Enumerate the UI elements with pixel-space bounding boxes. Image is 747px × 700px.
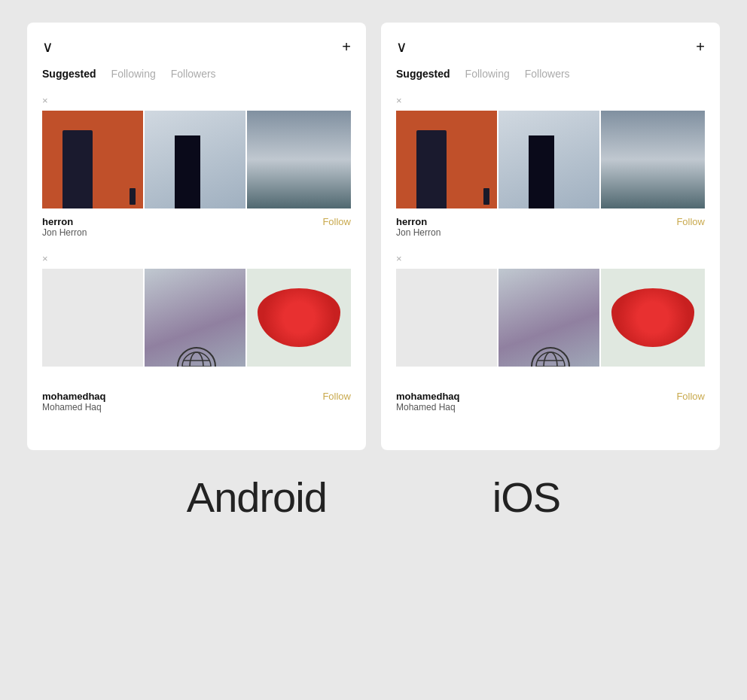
herron-photo-2-android — [145, 111, 245, 208]
photo-collage-haq-ios — [396, 269, 705, 367]
username-haq-ios: mohamedhaq — [396, 391, 460, 402]
user-name-block-haq-android: mohamedhaq Mohamed Haq — [42, 391, 106, 412]
username-haq-android: mohamedhaq — [42, 391, 106, 402]
haq-photo-3-ios — [601, 269, 705, 367]
display-name-herron-ios: Jon Herron — [396, 227, 441, 238]
ios-label: iOS — [492, 473, 560, 522]
suggestion-card-herron-android: × herron Jon Herron Follow — [42, 95, 351, 238]
herron-photo-3-android — [247, 111, 351, 208]
herron-photo-1-android — [42, 111, 143, 208]
haq-photo-3-android — [247, 269, 351, 367]
user-info-haq-ios: mohamedhaq Mohamed Haq Follow — [396, 391, 705, 412]
close-icon-haq-ios[interactable]: × — [396, 253, 705, 264]
panels-row: ∨ + Suggested Following Followers × herr… — [15, 23, 732, 450]
ios-panel: ∨ + Suggested Following Followers × herr… — [381, 23, 720, 450]
globe-icon-android — [181, 351, 212, 367]
android-tabs: Suggested Following Followers — [42, 68, 351, 80]
plus-icon-ios[interactable]: + — [696, 38, 705, 56]
follow-button-haq-ios[interactable]: Follow — [676, 391, 705, 402]
suggestion-card-haq-android: × — [42, 253, 351, 412]
svg-point-6 — [544, 352, 557, 367]
tab-followers-ios[interactable]: Followers — [525, 68, 570, 80]
ios-tabs: Suggested Following Followers — [396, 68, 705, 80]
plus-icon[interactable]: + — [342, 38, 351, 56]
platform-labels-row: Android iOS — [15, 473, 732, 522]
close-icon-haq-android[interactable]: × — [42, 253, 351, 264]
haq-photo-1-ios — [396, 269, 497, 367]
android-panel: ∨ + Suggested Following Followers × herr… — [27, 23, 366, 450]
svg-point-5 — [536, 352, 565, 367]
svg-point-0 — [182, 352, 211, 367]
chevron-down-icon-ios[interactable]: ∨ — [396, 38, 407, 56]
tab-suggested-ios[interactable]: Suggested — [396, 68, 450, 80]
herron-photo-2-ios — [499, 111, 599, 208]
haq-photo-1-android — [42, 269, 143, 367]
avatar-haq-ios — [531, 347, 570, 367]
tab-followers-android[interactable]: Followers — [171, 68, 216, 80]
figure-ios — [483, 188, 489, 205]
username-herron-ios: herron — [396, 216, 441, 227]
figure-android — [130, 188, 136, 205]
user-info-herron-ios: herron Jon Herron Follow — [396, 216, 705, 238]
user-name-block-herron-android: herron Jon Herron — [42, 216, 87, 238]
photo-collage-haq-android — [42, 269, 351, 367]
tab-following-android[interactable]: Following — [111, 68, 156, 80]
android-panel-header: ∨ + — [42, 38, 351, 56]
android-label: Android — [187, 473, 327, 522]
user-info-haq-android: mohamedhaq Mohamed Haq Follow — [42, 391, 351, 412]
herron-photo-1-ios — [396, 111, 497, 208]
follow-button-herron-android[interactable]: Follow — [322, 216, 351, 227]
globe-icon-ios — [535, 351, 566, 367]
tab-following-ios[interactable]: Following — [465, 68, 510, 80]
avatar-haq-android — [177, 347, 216, 367]
ios-panel-header: ∨ + — [396, 38, 705, 56]
user-name-block-herron-ios: herron Jon Herron — [396, 216, 441, 238]
display-name-haq-ios: Mohamed Haq — [396, 402, 460, 412]
tab-suggested-android[interactable]: Suggested — [42, 68, 96, 80]
photo-collage-herron-android — [42, 111, 351, 208]
suggestion-card-haq-ios: × — [396, 253, 705, 412]
suggestion-card-herron-ios: × herron Jon Herron Follow — [396, 95, 705, 238]
username-herron-android: herron — [42, 216, 87, 227]
close-icon-herron-ios[interactable]: × — [396, 95, 705, 106]
user-info-herron-android: herron Jon Herron Follow — [42, 216, 351, 238]
display-name-herron-android: Jon Herron — [42, 227, 87, 238]
display-name-haq-android: Mohamed Haq — [42, 402, 106, 412]
photo-collage-herron-ios — [396, 111, 705, 208]
svg-point-1 — [190, 352, 203, 367]
chevron-down-icon[interactable]: ∨ — [42, 38, 53, 56]
follow-button-herron-ios[interactable]: Follow — [676, 216, 705, 227]
follow-button-haq-android[interactable]: Follow — [322, 391, 351, 402]
herron-photo-3-ios — [601, 111, 705, 208]
user-name-block-haq-ios: mohamedhaq Mohamed Haq — [396, 391, 460, 412]
close-icon-herron-android[interactable]: × — [42, 95, 351, 106]
